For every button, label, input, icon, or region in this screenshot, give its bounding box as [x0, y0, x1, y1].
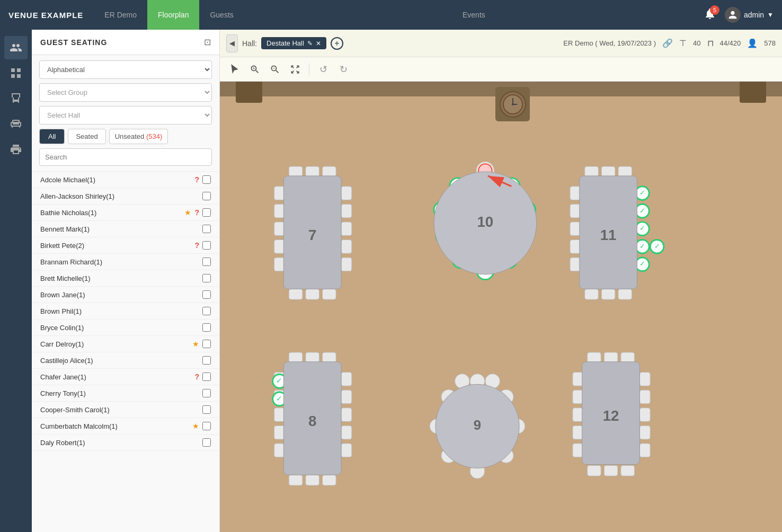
unseated-count: (534): [146, 132, 162, 140]
expand-panel-button[interactable]: ⊡: [204, 37, 211, 47]
guest-checkbox[interactable]: [202, 175, 211, 184]
nav-tab-er-demo[interactable]: ER Demo: [94, 0, 147, 30]
guest-list-item[interactable]: Brannam Richard(1): [32, 254, 219, 270]
table-10[interactable]: ✓ ✓ ✓ ✓ ✓ ✓ ✓ ✓ ✓: [434, 162, 537, 279]
svg-rect-26: [306, 475, 319, 485]
guest-list-item[interactable]: Allen-Jackson Shirley(1): [32, 188, 219, 205]
table-icon-btn[interactable]: [4, 61, 28, 85]
zoom-fit-btn[interactable]: [287, 61, 304, 78]
guest-list-item[interactable]: Chafer Jane(1)?: [32, 369, 219, 385]
guest-checkbox[interactable]: [202, 422, 211, 430]
guest-checkbox[interactable]: [202, 340, 211, 348]
table-12[interactable]: 12: [573, 352, 650, 476]
guest-list-item[interactable]: Bathie Nicholas(1)★?: [32, 205, 219, 221]
guest-list-item[interactable]: Brown Jane(1): [32, 287, 219, 303]
guest-list-item[interactable]: Castillejo Alice(1): [32, 352, 219, 369]
admin-menu[interactable]: admin ▼: [725, 7, 774, 23]
print-icon-btn[interactable]: [4, 138, 28, 161]
search-input[interactable]: [39, 148, 212, 166]
svg-rect-7: [289, 289, 303, 299]
filter-seated-btn[interactable]: Seated: [68, 129, 105, 144]
svg-text:✓: ✓: [639, 207, 645, 215]
guest-checkbox[interactable]: [202, 241, 211, 250]
hall-dropdown[interactable]: Select Hall: [39, 106, 212, 125]
svg-rect-117: [639, 425, 650, 439]
redo-btn[interactable]: ↻: [335, 61, 352, 78]
svg-rect-105: [621, 352, 635, 363]
link-icon: 🔗: [662, 38, 673, 48]
guest-list-item[interactable]: Cooper-Smith Carol(1): [32, 402, 219, 418]
svg-rect-95: [570, 204, 581, 218]
table-9[interactable]: 9: [430, 374, 525, 479]
guest-name: Bathie Nicholas(1): [40, 209, 181, 217]
users-icon: [10, 41, 22, 54]
guest-checkbox[interactable]: [202, 438, 211, 447]
nav-tab-guests[interactable]: Guests: [199, 0, 244, 30]
collapse-panel-btn[interactable]: ◀: [226, 34, 238, 52]
svg-rect-82: [601, 289, 615, 299]
hall-tab-name: Destate Hall: [266, 39, 304, 47]
guest-name: Bennett Mark(1): [40, 225, 199, 233]
svg-rect-32: [274, 444, 285, 457]
hall-tab-active[interactable]: Destate Hall ✎ ✕: [261, 37, 326, 49]
guest-list-item[interactable]: Daly Robert(1): [32, 435, 219, 451]
guest-checkbox[interactable]: [202, 290, 211, 299]
guest-panel: GUEST SEATING ⊡ AlphabeticalName (Z-A)Ta…: [32, 30, 220, 532]
table-11[interactable]: ✓ ✓ ✓ ✓ ✓ ✓: [570, 166, 664, 299]
sofa-icon: [10, 118, 22, 130]
sofa-icon-btn[interactable]: [4, 112, 28, 136]
guest-name: Cumberbatch Malcolm(1): [40, 422, 189, 430]
guest-list-item[interactable]: Cumberbatch Malcolm(1)★: [32, 418, 219, 435]
guest-list-item[interactable]: Carr Delroy(1)★: [32, 336, 219, 352]
svg-rect-23: [306, 352, 319, 363]
guest-list-item[interactable]: Brown Phil(1): [32, 303, 219, 320]
zoom-out-btn[interactable]: [266, 61, 283, 78]
guest-list-item[interactable]: Bennett Mark(1): [32, 221, 219, 237]
svg-rect-30: [274, 408, 285, 422]
chair-icon-btn[interactable]: [4, 87, 28, 110]
guest-checkbox[interactable]: [202, 389, 211, 397]
guest-panel-header: GUEST SEATING ⊡: [32, 30, 219, 55]
table-8[interactable]: ✓ ✓ 8: [273, 352, 352, 485]
nav-tab-events[interactable]: Events: [452, 0, 496, 30]
guest-checkbox[interactable]: [202, 307, 211, 315]
icon-sidebar: [0, 30, 32, 532]
floor-canvas[interactable]: 7 ✓: [220, 82, 782, 532]
sort-dropdown[interactable]: AlphabeticalName (Z-A)Table Number: [39, 60, 212, 79]
filter-all-btn[interactable]: All: [39, 129, 65, 144]
filter-unseated-btn[interactable]: Unseated (534): [109, 129, 168, 144]
svg-rect-10: [274, 187, 285, 200]
zoom-in-btn[interactable]: [246, 61, 263, 78]
close-hall-icon[interactable]: ✕: [316, 40, 321, 47]
guest-checkbox[interactable]: [202, 225, 211, 233]
group-dropdown[interactable]: Select Group: [39, 83, 212, 102]
notification-button[interactable]: 5: [704, 7, 716, 22]
guest-checkbox[interactable]: [202, 208, 211, 217]
edit-hall-icon[interactable]: ✎: [307, 40, 313, 47]
guest-checkbox[interactable]: [202, 323, 211, 332]
add-hall-btn[interactable]: +: [331, 37, 343, 50]
guest-name: Cooper-Smith Carol(1): [40, 406, 199, 414]
svg-text:✓: ✓: [639, 224, 645, 232]
guest-list-item[interactable]: Brett Michelle(1): [32, 270, 219, 287]
guest-checkbox[interactable]: [202, 373, 211, 381]
guest-list-item[interactable]: Bryce Colin(1): [32, 320, 219, 336]
guest-checkbox[interactable]: [202, 192, 211, 200]
guest-checkbox[interactable]: [202, 405, 211, 414]
guest-checkbox[interactable]: [202, 274, 211, 282]
undo-btn[interactable]: ↺: [315, 61, 332, 78]
table-7[interactable]: 7: [274, 166, 352, 299]
svg-rect-4: [289, 166, 303, 177]
svg-rect-6: [322, 166, 336, 177]
nav-tab-floorplan[interactable]: Floorplan: [147, 0, 199, 30]
guest-list-item[interactable]: Cherry Tony(1): [32, 385, 219, 402]
guest-checkbox[interactable]: [202, 258, 211, 266]
users-icon-btn[interactable]: [4, 36, 28, 59]
svg-rect-81: [585, 289, 599, 299]
guest-list-item[interactable]: Birkett Pete(2)?: [32, 237, 219, 254]
guest-question-icon: ?: [194, 373, 199, 381]
svg-rect-41: [341, 444, 352, 457]
guest-checkbox[interactable]: [202, 356, 211, 365]
select-tool-btn[interactable]: [226, 61, 243, 78]
guest-list-item[interactable]: Adcole Michael(1)?: [32, 172, 219, 188]
